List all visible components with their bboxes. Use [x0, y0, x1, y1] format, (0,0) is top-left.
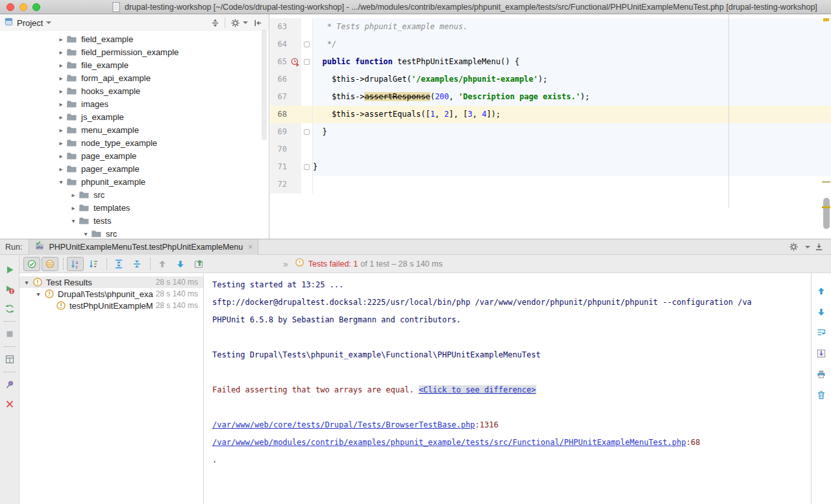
tests-failed-badge-icon — [295, 258, 304, 270]
project-tree-item[interactable]: ▸field_example — [0, 32, 269, 45]
run-label: Run: — [5, 243, 22, 252]
fold-marker-icon[interactable] — [301, 123, 313, 141]
chevron-right-icon[interactable]: ▸ — [56, 49, 66, 56]
code-line[interactable]: } — [313, 123, 831, 141]
clear-all-icon[interactable] — [813, 385, 829, 405]
gutter-icon-slot — [290, 106, 301, 123]
chevron-right-icon[interactable]: ▸ — [68, 191, 79, 198]
code-line[interactable]: public function testPhpUnitExampleMenu()… — [313, 53, 831, 71]
chevron-right-icon[interactable]: ▸ — [56, 62, 66, 69]
test-tree-row[interactable]: ▾Drupal\Tests\phpunit_example\Functional… — [19, 288, 203, 300]
code-line[interactable] — [313, 176, 831, 193]
scroll-to-end-icon[interactable] — [813, 343, 829, 364]
next-failed-test-icon[interactable] — [172, 257, 189, 271]
project-tree-item[interactable]: ▸node_type_example — [0, 136, 269, 149]
chevron-down-icon[interactable]: ▾ — [21, 279, 32, 286]
chevron-right-icon[interactable]: ▸ — [68, 204, 79, 211]
code-line[interactable]: $this->assertResponse(200, 'Description … — [313, 88, 831, 106]
up-stack-trace-icon[interactable] — [813, 281, 829, 302]
project-tree-item[interactable]: ▾tests — [0, 214, 269, 227]
code-line[interactable]: } — [313, 158, 831, 176]
project-tree-item[interactable]: ▸hooks_example — [0, 84, 269, 97]
separator — [106, 258, 107, 270]
chevron-right-icon[interactable]: ▸ — [56, 139, 66, 147]
scroll-from-source-icon[interactable] — [208, 16, 222, 29]
project-tree-item[interactable]: ▸pager_example — [0, 162, 269, 175]
project-tree-item[interactable]: ▾src — [0, 227, 269, 239]
close-icon[interactable] — [2, 394, 18, 414]
chevron-down-icon[interactable] — [805, 246, 810, 248]
chevron-down-icon[interactable]: ▾ — [68, 217, 79, 224]
project-tree-item[interactable]: ▸form_api_example — [0, 71, 269, 84]
show-passed-icon[interactable] — [23, 257, 40, 271]
chevron-right-icon[interactable]: ▸ — [56, 126, 66, 134]
console-link[interactable]: <Click to see difference> — [419, 385, 536, 394]
project-tree-item[interactable]: ▸page_example — [0, 149, 269, 162]
project-tree-item[interactable]: ▸js_example — [0, 110, 269, 123]
warning-stripe-mark[interactable] — [822, 181, 830, 183]
test-tree-row[interactable]: ▾Test Results28 s 140 ms — [19, 276, 203, 288]
warning-stripe-mark[interactable] — [823, 18, 829, 21]
code-line[interactable]: */ — [313, 36, 831, 53]
close-tab-icon[interactable]: × — [248, 243, 253, 252]
expand-all-icon[interactable] — [110, 257, 127, 271]
toggle-auto-test-icon[interactable] — [2, 299, 18, 318]
chevron-right-icon[interactable]: ▸ — [56, 101, 66, 108]
console-link[interactable]: /var/www/web/core/tests/Drupal/Tests/Bro… — [212, 420, 475, 429]
chevrons-icon[interactable]: » — [283, 259, 288, 269]
test-console-output[interactable]: Testing started at 13:25 ...sftp://docke… — [203, 273, 812, 504]
editor-scrollbar[interactable] — [823, 198, 830, 229]
project-tree-item[interactable]: ▸file_example — [0, 58, 269, 71]
project-tree-item[interactable]: ▸images — [0, 97, 269, 110]
project-tree-item[interactable]: ▸templates — [0, 201, 269, 214]
show-ignored-icon[interactable] — [42, 257, 58, 271]
chevron-right-icon[interactable]: ▸ — [56, 165, 66, 173]
project-scrollbar[interactable] — [262, 30, 267, 140]
restore-layout-icon[interactable] — [2, 350, 18, 369]
project-tree-item[interactable]: ▸field_permission_example — [0, 45, 269, 58]
gear-icon[interactable] — [228, 16, 242, 29]
project-tree-item[interactable]: ▸menu_example — [0, 123, 269, 136]
failed-test-clock-icon[interactable] — [290, 53, 301, 71]
chevron-right-icon[interactable]: ▸ — [56, 75, 66, 82]
chevron-down-icon[interactable] — [243, 21, 248, 24]
minimize-window-button[interactable] — [19, 3, 27, 11]
import-test-results-icon[interactable] — [190, 257, 207, 271]
run-tab[interactable]: php PHPUnitExampleMenuTest.testPhpUnitEx… — [29, 239, 258, 255]
chevron-right-icon[interactable]: ▸ — [56, 88, 66, 95]
hide-window-icon[interactable] — [810, 240, 827, 254]
folder-icon — [66, 112, 78, 122]
hide-panel-icon[interactable] — [251, 16, 265, 29]
fold-marker-icon[interactable] — [301, 53, 313, 71]
fold-marker-icon[interactable] — [301, 158, 313, 176]
gear-icon[interactable] — [785, 240, 802, 254]
warning-stripe-mark[interactable] — [822, 206, 830, 208]
print-icon[interactable] — [813, 364, 829, 385]
code-line[interactable]: $this->assertEquals([1, 2], [3, 4]); — [313, 106, 831, 123]
project-tree-item[interactable]: ▸src — [0, 188, 269, 201]
sort-by-duration-icon[interactable] — [85, 257, 102, 271]
chevron-right-icon[interactable]: ▸ — [56, 114, 66, 121]
pin-tab-icon[interactable] — [2, 375, 18, 394]
down-stack-trace-icon[interactable] — [813, 302, 829, 322]
console-link[interactable]: /var/www/web/modules/contrib/examples/ph… — [212, 438, 686, 447]
close-window-button[interactable] — [6, 3, 14, 11]
chevron-right-icon[interactable]: ▸ — [56, 36, 66, 43]
chevron-down-icon[interactable] — [46, 21, 51, 24]
code-line[interactable] — [313, 141, 831, 158]
rerun-failed-tests-icon[interactable] — [2, 280, 18, 299]
zoom-window-button[interactable] — [32, 3, 40, 11]
fold-marker-icon[interactable] — [301, 36, 313, 53]
chevron-down-icon[interactable]: ▾ — [32, 291, 44, 298]
code-line[interactable]: $this->drupalGet('/examples/phpunit-exam… — [313, 71, 831, 88]
chevron-down-icon[interactable]: ▾ — [56, 178, 66, 186]
chevron-right-icon[interactable]: ▸ — [56, 152, 66, 160]
project-tree-item[interactable]: ▾phpunit_example — [0, 175, 269, 188]
soft-wrap-icon[interactable] — [813, 322, 829, 343]
collapse-all-icon[interactable] — [129, 257, 145, 271]
rerun-icon[interactable] — [2, 260, 18, 280]
code-line[interactable]: * Tests phpunit_example menus. — [313, 18, 831, 36]
chevron-down-icon[interactable]: ▾ — [81, 230, 91, 237]
test-tree-row[interactable]: testPhpUnitExampleMenu28 s 140 ms — [19, 300, 203, 311]
sort-alphabetically-icon[interactable]: az — [67, 257, 84, 271]
